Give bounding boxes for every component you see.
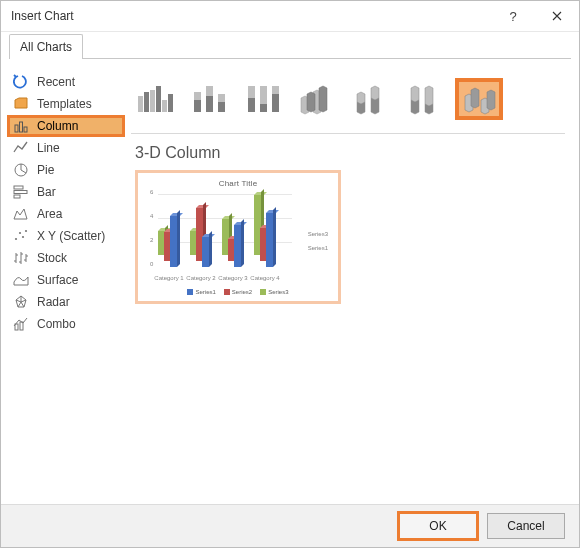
combo-icon — [13, 316, 29, 332]
ok-button[interactable]: OK — [399, 513, 477, 539]
subtype-3d-column[interactable] — [457, 80, 501, 118]
category-label: Category 1 — [154, 275, 184, 281]
sidebar-item-label: X Y (Scatter) — [37, 229, 105, 243]
sidebar-item-label: Radar — [37, 295, 70, 309]
sidebar-item-bar[interactable]: Bar — [7, 181, 125, 203]
category-label: Category 2 — [186, 275, 216, 281]
chart-legend: Series1 Series2 Series3 — [142, 289, 334, 295]
sidebar-item-recent[interactable]: Recent — [7, 71, 125, 93]
chart-plot-area: 0 2 4 6 — [152, 195, 292, 267]
area-icon — [13, 206, 29, 222]
category-label: Category 3 — [218, 275, 248, 281]
svg-rect-14 — [150, 90, 155, 112]
sidebar-item-label: Column — [37, 119, 78, 133]
cancel-button[interactable]: Cancel — [487, 513, 565, 539]
svg-rect-16 — [144, 92, 149, 112]
svg-point-7 — [15, 238, 17, 240]
svg-rect-18 — [168, 94, 173, 112]
y-tick: 6 — [150, 189, 153, 195]
sidebar-item-radar[interactable]: Radar — [7, 291, 125, 313]
bar — [170, 216, 177, 267]
svg-rect-25 — [248, 86, 255, 98]
legend-label: Series2 — [232, 289, 252, 295]
svg-rect-24 — [218, 94, 225, 102]
sidebar-item-stock[interactable]: Stock — [7, 247, 125, 269]
sidebar-item-pie[interactable]: Pie — [7, 159, 125, 181]
y-tick: 2 — [150, 237, 153, 243]
clustered-column-icon — [135, 82, 175, 116]
svg-rect-27 — [260, 86, 267, 104]
svg-rect-17 — [156, 86, 161, 112]
svg-rect-0 — [15, 125, 18, 132]
sidebar-item-label: Combo — [37, 317, 76, 331]
3d-stacked-column-icon — [351, 82, 391, 116]
content-area: Recent Templates Column Line Pie Bar — [1, 59, 579, 504]
recent-icon — [13, 74, 29, 90]
svg-rect-28 — [260, 104, 267, 112]
sidebar-item-label: Area — [37, 207, 62, 221]
svg-rect-20 — [194, 92, 201, 100]
sidebar-item-area[interactable]: Area — [7, 203, 125, 225]
subtype-3d-100pct-stacked-column[interactable] — [403, 80, 447, 118]
sidebar-item-label: Pie — [37, 163, 54, 177]
subtype-title: 3-D Column — [135, 144, 565, 162]
bar — [234, 225, 241, 267]
svg-rect-15 — [162, 100, 167, 112]
subtype-3d-clustered-column[interactable] — [295, 80, 339, 118]
3d-100pct-stacked-column-icon — [405, 82, 445, 116]
sidebar-item-surface[interactable]: Surface — [7, 269, 125, 291]
close-icon — [552, 11, 562, 21]
sidebar-item-label: Line — [37, 141, 60, 155]
bar-icon — [13, 184, 29, 200]
subtype-100pct-stacked-column[interactable] — [241, 80, 285, 118]
bar — [202, 237, 209, 267]
bar — [266, 213, 273, 267]
svg-rect-13 — [138, 96, 143, 112]
sidebar-item-column[interactable]: Column — [7, 115, 125, 137]
insert-chart-dialog: Insert Chart ? All Charts Recent Templat… — [0, 0, 580, 548]
chart-preview-title: Chart Title — [142, 179, 334, 188]
button-label: OK — [429, 519, 446, 533]
subtype-row — [131, 69, 565, 134]
templates-icon — [13, 96, 29, 112]
main-panel: 3-D Column Chart Title 0 2 4 6 — [131, 69, 565, 498]
help-button[interactable]: ? — [491, 1, 535, 31]
svg-rect-30 — [272, 94, 279, 112]
subtype-3d-stacked-column[interactable] — [349, 80, 393, 118]
svg-point-8 — [19, 232, 21, 234]
tab-all-charts[interactable]: All Charts — [9, 34, 83, 59]
svg-point-10 — [25, 230, 27, 232]
y-tick: 0 — [150, 261, 153, 267]
sidebar-item-line[interactable]: Line — [7, 137, 125, 159]
svg-rect-2 — [24, 127, 27, 132]
svg-rect-6 — [14, 195, 20, 198]
svg-rect-26 — [248, 98, 255, 112]
svg-rect-21 — [206, 96, 213, 112]
sidebar-item-label: Surface — [37, 273, 78, 287]
button-label: Cancel — [507, 519, 544, 533]
line-icon — [13, 140, 29, 156]
sidebar-item-scatter[interactable]: X Y (Scatter) — [7, 225, 125, 247]
close-button[interactable] — [535, 1, 579, 31]
svg-rect-29 — [272, 86, 279, 94]
chart-preview[interactable]: Chart Title 0 2 4 6 — [135, 170, 341, 304]
column-icon — [13, 118, 29, 134]
series-depth-label: Series3 — [308, 231, 328, 237]
sidebar-item-combo[interactable]: Combo — [7, 313, 125, 335]
sidebar-item-templates[interactable]: Templates — [7, 93, 125, 115]
svg-rect-22 — [206, 86, 213, 96]
chart-preview-inner: Chart Title 0 2 4 6 — [142, 177, 334, 297]
3d-clustered-column-icon — [297, 82, 337, 116]
pie-icon — [13, 162, 29, 178]
surface-icon — [13, 272, 29, 288]
subtype-stacked-column[interactable] — [187, 80, 231, 118]
3d-column-icon — [459, 82, 499, 116]
title-bar: Insert Chart ? — [1, 1, 579, 32]
dialog-footer: OK Cancel — [1, 504, 579, 547]
window-title: Insert Chart — [11, 9, 491, 23]
subtype-clustered-column[interactable] — [133, 80, 177, 118]
sidebar-item-label: Stock — [37, 251, 67, 265]
svg-point-9 — [22, 236, 24, 238]
sidebar-item-label: Templates — [37, 97, 92, 111]
svg-rect-5 — [14, 191, 27, 194]
